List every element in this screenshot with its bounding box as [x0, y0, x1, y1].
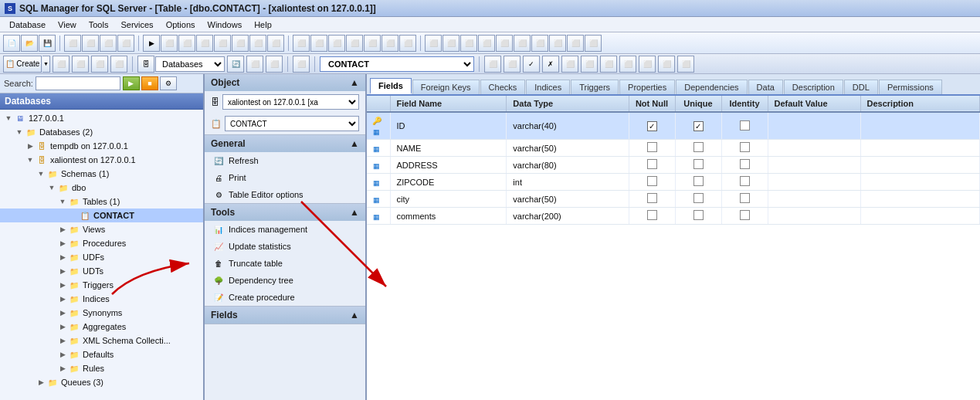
tb2-btn-13[interactable]: ⬜: [561, 56, 578, 73]
toolbar-btn-29[interactable]: ⬜: [549, 35, 566, 52]
tb2-btn-10[interactable]: ⬜: [504, 56, 521, 73]
tb2-btn-2[interactable]: ⬜: [72, 56, 89, 73]
object-header[interactable]: Object ▲: [205, 74, 365, 91]
databases-icon-btn[interactable]: 🗄: [137, 56, 154, 73]
identity-cell[interactable]: [721, 208, 768, 225]
not-null-cell[interactable]: ✓: [629, 112, 675, 140]
toolbar-btn-12[interactable]: ⬜: [232, 35, 249, 52]
tree-item-queues[interactable]: ▶ 📁 Queues (3): [0, 375, 203, 389]
toolbar-btn-31[interactable]: ⬜: [585, 35, 602, 52]
tree-item-xml-schema[interactable]: ▶ 📁 XML Schema Collecti...: [0, 334, 203, 347]
not-null-cell[interactable]: [629, 157, 675, 174]
checkbox-unchecked[interactable]: [647, 193, 657, 203]
update-statistics-item[interactable]: 📈 Update statistics: [205, 238, 365, 255]
toolbar-btn-3[interactable]: ⬜: [64, 35, 81, 52]
tab-indices[interactable]: Indices: [526, 80, 570, 94]
toolbar-btn-4[interactable]: ⬜: [82, 35, 99, 52]
expand-contact-icon[interactable]: [68, 210, 79, 221]
unique-cell[interactable]: [675, 157, 721, 174]
unique-cell[interactable]: [675, 208, 721, 225]
tree-item-aggregates[interactable]: ▶ 📁 Aggregates: [0, 320, 203, 334]
tab-permissions[interactable]: Permissions: [879, 80, 942, 94]
search-options-btn[interactable]: ⚙: [160, 76, 177, 90]
expand-server-icon[interactable]: ▼: [3, 113, 14, 124]
menu-tools[interactable]: Tools: [83, 19, 115, 31]
tab-checks[interactable]: Checks: [480, 80, 526, 94]
identity-cell[interactable]: [721, 157, 768, 174]
checkbox-unchecked[interactable]: [693, 210, 704, 220]
expand-schemas-icon[interactable]: ▼: [36, 168, 46, 179]
menu-options[interactable]: Options: [160, 19, 202, 31]
tree-item-xaliontest[interactable]: ▼ 🗄 xaliontest on 127.0.0.1: [0, 153, 203, 167]
tab-dependencies[interactable]: Dependencies: [676, 80, 747, 94]
toolbar-btn-17[interactable]: ⬜: [328, 35, 345, 52]
toolbar-btn-21[interactable]: ⬜: [399, 35, 416, 52]
tools-header[interactable]: Tools ▲: [205, 204, 365, 221]
checkbox-unchecked[interactable]: [740, 176, 750, 186]
table-row[interactable]: ▦cityvarchar(50): [367, 191, 980, 208]
toolbar-btn-5[interactable]: ⬜: [100, 35, 117, 52]
table-row[interactable]: ▦NAMEvarchar(50): [367, 140, 980, 157]
expand-triggers-icon[interactable]: ▶: [57, 280, 68, 290]
toolbar-btn-8[interactable]: ⬜: [161, 35, 178, 52]
tb2-btn-7[interactable]: ⬜: [266, 56, 283, 73]
expand-databases-icon[interactable]: ▼: [14, 127, 25, 137]
toolbar-btn-25[interactable]: ⬜: [478, 35, 495, 52]
identity-cell[interactable]: [721, 112, 768, 140]
expand-aggregates-icon[interactable]: ▶: [57, 321, 68, 332]
fields-collapse-icon[interactable]: ▲: [350, 310, 359, 320]
checkbox-unchecked[interactable]: [693, 159, 704, 169]
table-row[interactable]: ▦ZIPCODEint: [367, 174, 980, 191]
truncate-table-item[interactable]: 🗑 Truncate table: [205, 255, 365, 272]
table-row[interactable]: ▦ADDRESSvarchar(80): [367, 157, 980, 174]
breadcrumb-combo-2[interactable]: CONTACT: [225, 116, 359, 131]
checkbox-unchecked[interactable]: [647, 142, 657, 152]
tree-item-triggers[interactable]: ▶ 📁 Triggers: [0, 278, 203, 292]
not-null-cell[interactable]: [629, 174, 675, 191]
create-procedure-item[interactable]: 📝 Create procedure: [205, 289, 365, 306]
th-data-type[interactable]: Data Type: [507, 96, 629, 112]
checkbox-unchecked[interactable]: [647, 210, 657, 220]
identity-cell[interactable]: [721, 174, 768, 191]
unique-cell[interactable]: ✓: [675, 112, 721, 140]
tb2-btn-14[interactable]: ⬜: [581, 56, 598, 73]
tab-properties[interactable]: Properties: [619, 80, 675, 94]
tab-description[interactable]: Description: [784, 80, 843, 94]
menu-view[interactable]: View: [52, 19, 83, 31]
expand-indices-icon[interactable]: ▶: [57, 293, 68, 304]
tb2-btn-8[interactable]: ⬜: [293, 56, 310, 73]
tab-data[interactable]: Data: [748, 80, 783, 94]
expand-xaliontest-icon[interactable]: ▼: [25, 154, 36, 165]
tb2-btn-18[interactable]: ⬜: [658, 56, 675, 73]
tab-foreign-keys[interactable]: Foreign Keys: [412, 80, 480, 94]
toolbar-btn-22[interactable]: ⬜: [425, 35, 442, 52]
toolbar-btn-7[interactable]: ▶: [143, 35, 160, 52]
tree-item-udfs[interactable]: ▶ 📁 UDFs: [0, 250, 203, 264]
unique-cell[interactable]: [675, 174, 721, 191]
toolbar-btn-13[interactable]: ⬜: [249, 35, 266, 52]
tb2-btn-16[interactable]: ⬜: [619, 56, 636, 73]
tree-item-defaults[interactable]: ▶ 📁 Defaults: [0, 347, 203, 361]
checkbox-unchecked[interactable]: [740, 159, 750, 169]
menu-windows[interactable]: Windows: [202, 19, 249, 31]
expand-rules-icon[interactable]: ▶: [57, 363, 68, 374]
tree-item-views[interactable]: ▶ 📁 Views: [0, 222, 203, 236]
toolbar-btn-28[interactable]: ⬜: [531, 35, 548, 52]
tb2-btn-15[interactable]: ⬜: [600, 56, 617, 73]
expand-queues-icon[interactable]: ▶: [36, 377, 46, 388]
indices-management-item[interactable]: 📊 Indices management: [205, 221, 365, 238]
th-field-name[interactable]: Field Name: [390, 96, 507, 112]
tree-item-rules[interactable]: ▶ 📁 Rules: [0, 361, 203, 375]
checkbox-unchecked[interactable]: [740, 193, 750, 203]
toolbar-btn-24[interactable]: ⬜: [460, 35, 477, 52]
tb2-btn-5[interactable]: 🔄: [227, 56, 244, 73]
tab-triggers[interactable]: Triggers: [571, 80, 619, 94]
toolbar-btn-10[interactable]: ⬜: [196, 35, 213, 52]
toolbar-btn-16[interactable]: ⬜: [310, 35, 327, 52]
tree-item-contact[interactable]: 📋 CONTACT: [0, 208, 203, 222]
tab-fields[interactable]: Fields: [370, 78, 412, 94]
tree-item-synonyms[interactable]: ▶ 📁 Synonyms: [0, 306, 203, 320]
search-go-btn[interactable]: ▶: [123, 76, 140, 90]
tree-item-tempdb[interactable]: ▶ 🗄 tempdb on 127.0.0.1: [0, 139, 203, 153]
expand-udfs-icon[interactable]: ▶: [57, 252, 68, 263]
